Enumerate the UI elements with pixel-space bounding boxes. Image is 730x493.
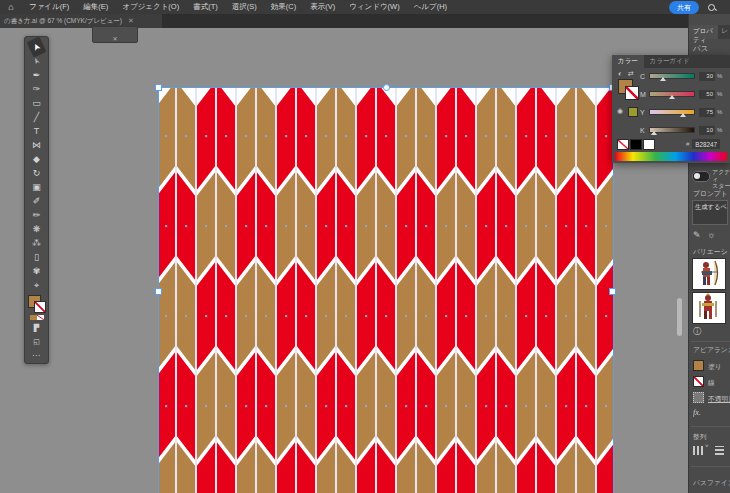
magenta-slider-row: M 50 % xyxy=(640,89,730,99)
share-button[interactable]: 共有 xyxy=(669,1,699,14)
hex-value-field[interactable]: B28247 xyxy=(692,139,720,149)
document-tab-title: の書き方.ai @ 67 % (CMYK/プレビュー) xyxy=(4,17,122,26)
pencil-tool[interactable]: ✏ xyxy=(28,208,45,222)
line-tool[interactable]: ╱ xyxy=(28,110,45,124)
zoom-tool[interactable]: ⌖ xyxy=(28,278,45,292)
appearance-fill-swatch[interactable] xyxy=(693,360,704,371)
cyan-value[interactable]: 30 xyxy=(699,72,715,81)
fill-stroke-indicator-icon[interactable]: ◐ xyxy=(618,70,622,77)
appearance-stroke-swatch[interactable] xyxy=(693,376,704,387)
color-mode-buttons[interactable] xyxy=(30,315,44,320)
menu-view[interactable]: 表示(V) xyxy=(303,2,342,12)
artboard-tool[interactable]: ▯ xyxy=(28,250,45,264)
shape-builder-tool[interactable]: ▣ xyxy=(28,180,45,194)
menu-help[interactable]: ヘルプ(H) xyxy=(407,2,454,12)
distribute-icon[interactable] xyxy=(715,446,724,455)
eyedropper-tool[interactable]: ✐ xyxy=(28,194,45,208)
selection-handle-top-center[interactable] xyxy=(383,84,390,91)
width-tool[interactable]: ⋈ xyxy=(28,138,45,152)
rectangle-tool[interactable]: ▭ xyxy=(28,96,45,110)
hand-tool[interactable]: ✾ xyxy=(28,264,45,278)
magenta-value[interactable]: 50 xyxy=(699,90,715,99)
document-tab[interactable]: の書き方.ai @ 67 % (CMYK/プレビュー) ✕ xyxy=(0,14,162,28)
black-value[interactable]: 10 xyxy=(699,126,715,135)
black-slider[interactable] xyxy=(649,127,695,133)
mini-floating-panel[interactable]: ✕ xyxy=(92,26,138,43)
variation-thumbnail-2[interactable] xyxy=(692,292,726,324)
yagasuri-pattern xyxy=(158,87,614,493)
variation-thumbnail-1[interactable] xyxy=(692,258,726,290)
tab-close-icon[interactable]: ✕ xyxy=(128,17,134,25)
archer-illustration-2 xyxy=(693,293,723,321)
white-swatch[interactable] xyxy=(643,139,655,150)
none-swatch[interactable] xyxy=(617,139,629,150)
tab-color[interactable]: カラー xyxy=(612,55,644,68)
type-tool[interactable]: T xyxy=(28,124,45,138)
black-swatch[interactable] xyxy=(630,139,642,150)
menu-edit[interactable]: 編集(E) xyxy=(76,2,115,12)
variations-label: バリエーシ xyxy=(693,247,728,257)
drawing-mode-button[interactable]: ▛ xyxy=(28,321,45,335)
artboard-canvas[interactable] xyxy=(158,87,614,493)
screen-mode-button[interactable]: ◱ xyxy=(28,335,45,349)
color-fill-mini[interactable] xyxy=(30,315,37,320)
tab-properties[interactable]: プロパティ xyxy=(689,25,718,39)
lab-icon[interactable]: ◉ xyxy=(617,107,623,115)
align-objects-icon[interactable] xyxy=(693,446,703,455)
fill-row[interactable]: 塗り xyxy=(693,360,722,372)
active-artboard-style-toggle[interactable] xyxy=(692,171,710,182)
illustrator-window: ⌂ ファイル(F) 編集(E) オブジェクト(O) 書式(T) 選択(S) 効果… xyxy=(0,0,730,493)
selection-handle-mid-left[interactable] xyxy=(155,288,162,295)
fx-button[interactable]: fx. xyxy=(693,408,701,417)
yellow-value[interactable]: 75 xyxy=(699,108,715,117)
selection-handle-top-left[interactable] xyxy=(155,84,162,91)
selection-handle-mid-right[interactable] xyxy=(609,288,616,295)
symbol-sprayer-tool[interactable]: ⁂ xyxy=(28,236,45,250)
color-panel: カラー カラーガイド ◐ ⇄ ◉ C 30 % M 50 % Y 75 % xyxy=(612,55,730,163)
stroke-row[interactable]: 線 xyxy=(693,376,715,388)
opacity-swatch[interactable] xyxy=(693,392,704,403)
color-spectrum-bar[interactable] xyxy=(615,152,727,161)
stroke-swatch[interactable] xyxy=(34,301,46,313)
mini-float-close-icon[interactable]: ✕ xyxy=(112,35,117,42)
menu-object[interactable]: オブジェクト(O) xyxy=(115,2,186,12)
prompt-input[interactable]: 生成するベク xyxy=(692,200,728,225)
rotate-tool[interactable]: ↻ xyxy=(28,166,45,180)
home-icon[interactable]: ⌂ xyxy=(0,2,22,12)
idea-icon[interactable]: ☼ xyxy=(707,230,715,240)
none-mini[interactable] xyxy=(37,315,44,320)
yellow-slider[interactable] xyxy=(649,109,695,115)
more-tools-button[interactable]: ⋯ xyxy=(32,351,41,360)
align-dropdown-chevron[interactable]: ˅ xyxy=(705,443,709,449)
yellow-slider-row: Y 75 % xyxy=(640,107,730,117)
selected-object-type: パス xyxy=(693,44,708,54)
info-icon[interactable]: ⓘ xyxy=(693,326,701,337)
draw-prompt-icon[interactable]: ✎ xyxy=(693,230,701,240)
cyan-slider[interactable] xyxy=(649,73,695,79)
menu-effect[interactable]: 効果(C) xyxy=(264,2,303,12)
align-title: 整列 xyxy=(693,432,707,442)
fill-stroke-proxy[interactable] xyxy=(28,295,45,312)
eraser-tool[interactable]: ◆ xyxy=(28,152,45,166)
search-icon[interactable] xyxy=(708,4,716,12)
menu-type[interactable]: 書式(T) xyxy=(186,2,225,12)
last-color-swatch[interactable] xyxy=(628,107,638,117)
tab-color-guide[interactable]: カラーガイド xyxy=(644,55,696,68)
swap-fill-stroke-icon[interactable]: ⇄ xyxy=(628,70,634,78)
color-stroke-swatch[interactable] xyxy=(625,86,639,100)
opacity-row[interactable]: 不透明度 xyxy=(693,392,730,404)
curvature-tool[interactable]: ✑ xyxy=(28,82,45,96)
menu-file[interactable]: ファイル(F) xyxy=(22,2,76,12)
tab-layers[interactable]: レ xyxy=(718,25,730,39)
menu-window[interactable]: ウィンドウ(W) xyxy=(342,2,406,12)
magenta-slider[interactable] xyxy=(649,91,695,97)
menu-bar: ⌂ ファイル(F) 編集(E) オブジェクト(O) 書式(T) 選択(S) 効果… xyxy=(0,0,730,14)
black-slider-row: K 10 % xyxy=(640,125,730,135)
menu-select[interactable]: 選択(S) xyxy=(225,2,264,12)
blend-tool[interactable]: ❋ xyxy=(28,222,45,236)
quick-swatches xyxy=(617,139,655,150)
color-fill-stroke-proxy[interactable] xyxy=(618,79,638,99)
vertical-scrollbar[interactable] xyxy=(677,298,682,336)
dock-tab-bar: プロパティ レ xyxy=(689,25,730,39)
cyan-label: C xyxy=(640,73,649,80)
